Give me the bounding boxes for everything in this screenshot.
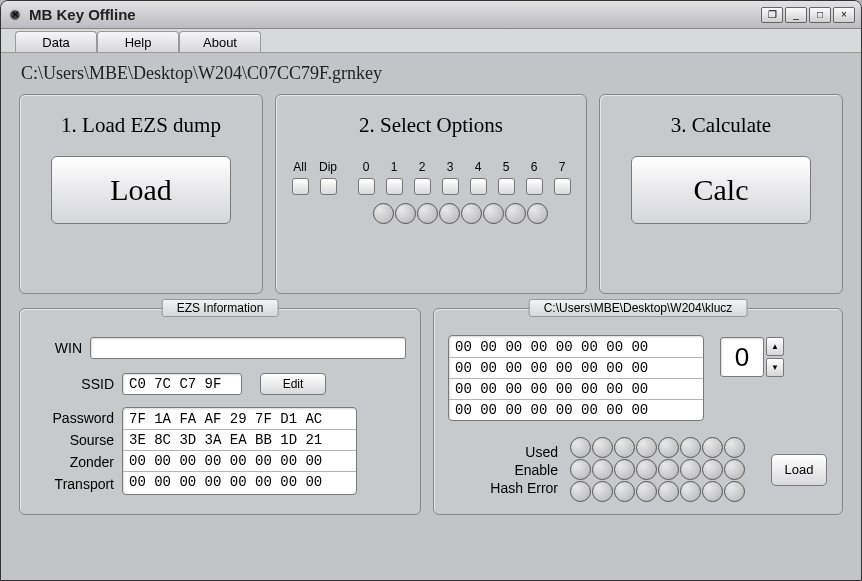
- panel-options: 2. Select Options All Dip 0 1 2 3 4 5 6 …: [275, 94, 587, 294]
- checkbox-4[interactable]: [470, 178, 487, 195]
- sourse-label: Sourse: [34, 429, 122, 451]
- transport-label: Transport: [34, 473, 122, 495]
- panel-options-title: 2. Select Options: [359, 113, 503, 138]
- sourse-value[interactable]: 3E 8C 3D 3A EA BB 1D 21: [123, 432, 328, 448]
- hasherr-dot-7: [724, 481, 745, 502]
- used-dot-0: [570, 437, 591, 458]
- calc-button[interactable]: Calc: [631, 156, 811, 224]
- edit-button[interactable]: Edit: [260, 373, 326, 395]
- menubar: Data Help About: [1, 29, 861, 53]
- status-dot-1: [395, 203, 416, 224]
- spinner-up-button[interactable]: ▲: [766, 337, 784, 356]
- used-dot-3: [636, 437, 657, 458]
- panel-calculate-title: 3. Calculate: [671, 113, 771, 138]
- hasherr-dot-5: [680, 481, 701, 502]
- password-label: Password: [34, 407, 122, 429]
- ssid-label: SSID: [34, 376, 122, 392]
- checkbox-0[interactable]: [358, 178, 375, 195]
- password-value[interactable]: 7F 1A FA AF 29 7F D1 AC: [123, 411, 328, 427]
- klucz-row-2[interactable]: 00 00 00 00 00 00 00 00: [449, 381, 654, 397]
- used-dot-4: [658, 437, 679, 458]
- transport-value[interactable]: 00 00 00 00 00 00 00 00: [123, 474, 328, 490]
- ezs-group: EZS Information WIN SSID Edit Password S…: [19, 308, 421, 515]
- checkbox-dip[interactable]: [320, 178, 337, 195]
- hasherr-dot-4: [658, 481, 679, 502]
- used-label: Used: [525, 444, 558, 460]
- checkbox-5[interactable]: [498, 178, 515, 195]
- enable-dot-5: [680, 459, 701, 480]
- klucz-group: C:\Users\MBE\Desktop\W204\klucz 00 00 00…: [433, 308, 843, 515]
- panel-load: 1. Load EZS dump Load: [19, 94, 263, 294]
- enable-dot-4: [658, 459, 679, 480]
- klucz-group-title: C:\Users\MBE\Desktop\W204\klucz: [529, 299, 748, 317]
- opt-head-dip: Dip: [319, 160, 337, 176]
- minimize-button[interactable]: _: [785, 7, 807, 23]
- hasherr-dot-3: [636, 481, 657, 502]
- checkbox-3[interactable]: [442, 178, 459, 195]
- opt-head-1: 1: [391, 160, 398, 176]
- hasherr-dot-1: [592, 481, 613, 502]
- hasherr-dot-6: [702, 481, 723, 502]
- used-dot-5: [680, 437, 701, 458]
- enable-dot-1: [592, 459, 613, 480]
- used-dot-2: [614, 437, 635, 458]
- window-title: MB Key Offline: [29, 6, 136, 23]
- panel-calculate: 3. Calculate Calc: [599, 94, 843, 294]
- titlebar-extra-button[interactable]: ❐: [761, 7, 783, 23]
- opt-head-6: 6: [531, 160, 538, 176]
- ssid-input[interactable]: [122, 373, 242, 395]
- maximize-button[interactable]: □: [809, 7, 831, 23]
- opt-head-0: 0: [363, 160, 370, 176]
- klucz-row-0[interactable]: 00 00 00 00 00 00 00 00: [449, 339, 654, 355]
- win-input[interactable]: [90, 337, 406, 359]
- opt-head-5: 5: [503, 160, 510, 176]
- used-dot-7: [724, 437, 745, 458]
- enable-label: Enable: [514, 462, 558, 478]
- opt-head-4: 4: [475, 160, 482, 176]
- zonder-label: Zonder: [34, 451, 122, 473]
- hasherr-dot-2: [614, 481, 635, 502]
- spinner-value[interactable]: 0: [720, 337, 764, 377]
- file-path: C:\Users\MBE\Desktop\W204\C07CC79F.grnke…: [21, 63, 843, 84]
- panel-load-title: 1. Load EZS dump: [61, 113, 221, 138]
- opt-head-7: 7: [559, 160, 566, 176]
- klucz-row-1[interactable]: 00 00 00 00 00 00 00 00: [449, 360, 654, 376]
- checkbox-all[interactable]: [292, 178, 309, 195]
- app-icon: ✕: [7, 7, 23, 23]
- close-button[interactable]: ×: [833, 7, 855, 23]
- enable-dot-0: [570, 459, 591, 480]
- used-dot-6: [702, 437, 723, 458]
- status-dot-2: [417, 203, 438, 224]
- status-dot-3: [439, 203, 460, 224]
- titlebar: ✕ MB Key Offline ❐ _ □ ×: [1, 1, 861, 29]
- checkbox-2[interactable]: [414, 178, 431, 195]
- checkbox-1[interactable]: [386, 178, 403, 195]
- enable-dot-7: [724, 459, 745, 480]
- spinner-down-button[interactable]: ▼: [766, 358, 784, 377]
- zonder-value[interactable]: 00 00 00 00 00 00 00 00: [123, 453, 328, 469]
- status-dot-0: [373, 203, 394, 224]
- menu-about[interactable]: About: [179, 31, 261, 52]
- win-label: WIN: [34, 340, 90, 356]
- enable-dot-3: [636, 459, 657, 480]
- hasherr-dot-0: [570, 481, 591, 502]
- used-dot-1: [592, 437, 613, 458]
- checkbox-6[interactable]: [526, 178, 543, 195]
- menu-data[interactable]: Data: [15, 31, 97, 52]
- ezs-group-title: EZS Information: [162, 299, 279, 317]
- status-dot-5: [483, 203, 504, 224]
- enable-dot-2: [614, 459, 635, 480]
- load-button[interactable]: Load: [51, 156, 231, 224]
- menu-help[interactable]: Help: [97, 31, 179, 52]
- opt-head-2: 2: [419, 160, 426, 176]
- checkbox-7[interactable]: [554, 178, 571, 195]
- status-dot-7: [527, 203, 548, 224]
- klucz-row-3[interactable]: 00 00 00 00 00 00 00 00: [449, 402, 654, 418]
- app-window: ✕ MB Key Offline ❐ _ □ × Data Help About…: [0, 0, 862, 581]
- klucz-load-button[interactable]: Load: [771, 454, 827, 486]
- status-dot-6: [505, 203, 526, 224]
- status-dot-4: [461, 203, 482, 224]
- enable-dot-6: [702, 459, 723, 480]
- hasherror-label: Hash Error: [490, 480, 558, 496]
- opt-head-3: 3: [447, 160, 454, 176]
